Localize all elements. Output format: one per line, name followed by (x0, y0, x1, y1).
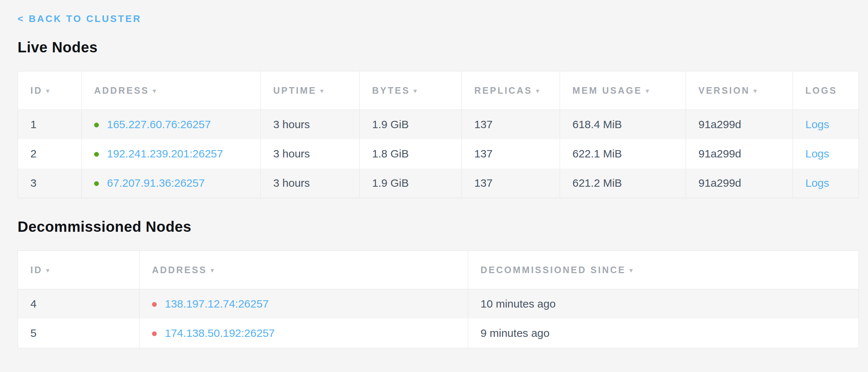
node-replicas-cell: 137 (462, 168, 560, 198)
column-header-address[interactable]: ADDRESS▾ (140, 251, 468, 289)
decommissioned-since-cell: 10 minutes ago (468, 289, 858, 319)
node-address-cell: 165.227.60.76:26257 (82, 110, 261, 139)
node-mem-usage-cell: 621.2 MiB (560, 168, 686, 198)
decommissioned-status-dot-icon (152, 302, 157, 307)
node-logs-cell: Logs (793, 110, 858, 139)
decommissioned-since-cell: 9 minutes ago (468, 319, 858, 348)
sort-arrow-icon: ▾ (536, 88, 541, 94)
table-row: 1 165.227.60.76:26257 3 hours 1.9 GiB 13… (18, 110, 858, 139)
column-header-uptime[interactable]: UPTIME▾ (261, 71, 360, 110)
node-id-cell: 2 (18, 139, 82, 168)
node-bytes-cell: 1.9 GiB (360, 110, 462, 139)
logs-link[interactable]: Logs (805, 148, 829, 160)
node-uptime-cell: 3 hours (261, 110, 360, 139)
live-status-dot-icon (94, 123, 99, 127)
table-row: 4 138.197.12.74:26257 10 minutes ago (18, 289, 858, 319)
column-header-label: ID (30, 85, 42, 96)
column-header-label: ID (30, 265, 42, 275)
sort-arrow-icon: ▾ (320, 88, 325, 94)
sort-arrow-icon: ▾ (211, 267, 215, 274)
decommissioned-nodes-title: Decommissioned Nodes (18, 219, 858, 235)
decommissioned-status-dot-icon (152, 331, 157, 336)
node-logs-cell: Logs (793, 168, 858, 198)
node-address-cell: 138.197.12.74:26257 (140, 289, 468, 319)
column-header-decommissioned-since[interactable]: DECOMMISSIONED SINCE▾ (468, 251, 858, 289)
node-logs-cell: Logs (793, 139, 858, 168)
live-nodes-header-row: ID▾ ADDRESS▾ UPTIME▾ BYTES▾ REPLICAS▾ ME… (18, 71, 858, 110)
column-header-label: LOGS (805, 85, 837, 96)
sort-arrow-icon: ▾ (46, 88, 51, 94)
live-nodes-title: Live Nodes (18, 39, 858, 56)
table-row: 2 192.241.239.201:26257 3 hours 1.8 GiB … (18, 139, 858, 168)
live-nodes-table: ID▾ ADDRESS▾ UPTIME▾ BYTES▾ REPLICAS▾ ME… (18, 71, 859, 198)
sort-arrow-icon: ▾ (413, 88, 418, 94)
node-version-cell: 91a299d (686, 139, 793, 168)
node-address-link[interactable]: 67.207.91.36:26257 (107, 177, 205, 189)
live-status-dot-icon (94, 152, 99, 157)
node-address-link[interactable]: 192.241.239.201:26257 (107, 148, 223, 160)
column-header-address[interactable]: ADDRESS▾ (82, 71, 261, 110)
live-status-dot-icon (94, 181, 99, 186)
column-header-id[interactable]: ID▾ (18, 251, 140, 289)
node-address-link[interactable]: 165.227.60.76:26257 (107, 118, 211, 130)
node-uptime-cell: 3 hours (261, 168, 360, 198)
node-id-cell: 5 (18, 319, 140, 348)
node-mem-usage-cell: 622.1 MiB (560, 139, 686, 168)
node-version-cell: 91a299d (686, 168, 793, 198)
column-header-label: MEM USAGE (572, 85, 642, 96)
node-replicas-cell: 137 (462, 139, 560, 168)
back-to-cluster-link[interactable]: < BACK TO CLUSTER (18, 13, 141, 25)
sort-arrow-icon: ▾ (630, 267, 634, 274)
sort-arrow-icon: ▾ (646, 88, 650, 94)
column-header-label: VERSION (698, 85, 750, 96)
sort-arrow-icon: ▾ (153, 88, 157, 94)
table-row: 5 174.138.50.192:26257 9 minutes ago (18, 319, 858, 348)
node-id-cell: 4 (18, 289, 140, 319)
node-replicas-cell: 137 (462, 110, 560, 139)
column-header-label: ADDRESS (94, 85, 149, 96)
node-id-cell: 1 (18, 110, 82, 139)
column-header-replicas[interactable]: REPLICAS▾ (462, 71, 560, 110)
logs-link[interactable]: Logs (805, 177, 829, 189)
decommissioned-nodes-table: ID▾ ADDRESS▾ DECOMMISSIONED SINCE▾ 4 138… (18, 250, 859, 348)
decommissioned-header-row: ID▾ ADDRESS▾ DECOMMISSIONED SINCE▾ (18, 251, 858, 289)
column-header-label: DECOMMISSIONED SINCE (481, 265, 626, 275)
node-bytes-cell: 1.9 GiB (360, 168, 462, 198)
column-header-label: REPLICAS (474, 85, 532, 96)
column-header-id[interactable]: ID▾ (18, 71, 82, 110)
column-header-version[interactable]: VERSION▾ (686, 71, 793, 110)
node-version-cell: 91a299d (686, 110, 793, 139)
table-row: 3 67.207.91.36:26257 3 hours 1.9 GiB 137… (18, 168, 858, 198)
sort-arrow-icon: ▾ (46, 267, 51, 274)
column-header-label: ADDRESS (152, 265, 207, 275)
node-bytes-cell: 1.8 GiB (360, 139, 462, 168)
node-address-cell: 67.207.91.36:26257 (82, 168, 261, 198)
node-address-link[interactable]: 138.197.12.74:26257 (165, 298, 269, 310)
node-id-cell: 3 (18, 168, 82, 198)
column-header-label: UPTIME (273, 85, 316, 96)
node-mem-usage-cell: 618.4 MiB (560, 110, 686, 139)
page-container: < BACK TO CLUSTER Live Nodes ID▾ ADDRESS… (0, 0, 868, 348)
node-address-cell: 174.138.50.192:26257 (140, 319, 468, 348)
logs-link[interactable]: Logs (805, 118, 829, 130)
node-address-link[interactable]: 174.138.50.192:26257 (165, 327, 275, 339)
node-address-cell: 192.241.239.201:26257 (82, 139, 261, 168)
column-header-bytes[interactable]: BYTES▾ (360, 71, 462, 110)
sort-arrow-icon: ▾ (754, 88, 758, 94)
node-uptime-cell: 3 hours (261, 139, 360, 168)
column-header-logs: LOGS (793, 71, 858, 110)
column-header-label: BYTES (372, 85, 410, 96)
column-header-mem-usage[interactable]: MEM USAGE▾ (560, 71, 686, 110)
